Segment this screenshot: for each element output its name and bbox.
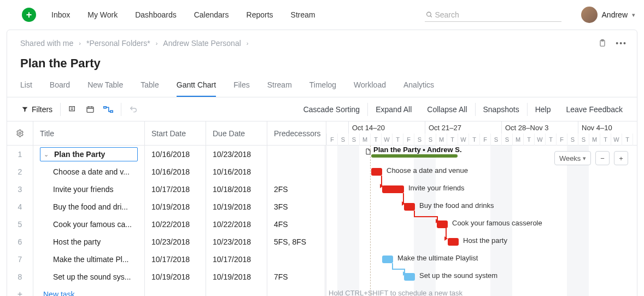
col-due[interactable]: Due Date <box>206 121 267 145</box>
tab-newtable[interactable]: New Table <box>87 80 123 97</box>
dependency-icon[interactable] <box>103 106 113 113</box>
zoom-in-button[interactable]: + <box>614 151 628 165</box>
day-letter: W <box>381 134 392 146</box>
gantt-chart: Oct 14–20 Oct 21–27 Oct 28–Nov 3 Nov 4–1… <box>326 121 637 296</box>
nav-dashboards[interactable]: Dashboards <box>135 10 177 19</box>
chevron-right-icon: › <box>156 40 158 47</box>
summary-bar[interactable] <box>371 154 458 158</box>
expand-all-link[interactable]: Expand All <box>368 105 419 114</box>
task-title: Choose a date and v... <box>53 167 130 176</box>
table-row[interactable]: 6 Host the party 10/23/2018 10/23/2018 5… <box>7 233 326 251</box>
crumb-1[interactable]: Shared with me <box>20 39 73 48</box>
collapse-all-link[interactable]: Collapse All <box>419 105 475 114</box>
day-letter: F <box>326 134 337 146</box>
clipboard-icon[interactable] <box>598 39 607 48</box>
gantt-label: Choose a date and venue <box>387 166 468 175</box>
crumb-3[interactable]: Andrew Slate Personal <box>163 39 241 48</box>
day-letter: T <box>447 134 458 146</box>
tab-files[interactable]: Files <box>233 80 250 97</box>
nav-reports[interactable]: Reports <box>247 10 273 19</box>
table-row[interactable]: 1 ⌄Plan the Party 10/16/2018 10/23/2018 <box>7 146 326 163</box>
tab-gantt[interactable]: Gantt Chart <box>177 80 216 97</box>
tab-workload[interactable]: Workload <box>354 80 386 97</box>
tab-table[interactable]: Table <box>140 80 159 97</box>
gantt-area[interactable]: Plan the Party • Andrew S. Choose a date… <box>326 146 637 296</box>
gantt-bar[interactable] <box>404 203 415 211</box>
svg-rect-4 <box>69 106 74 111</box>
table-row[interactable]: 7 Make the ultimate Pl... 10/17/2018 10/… <box>7 251 326 268</box>
expand-tree-icon[interactable] <box>68 105 77 114</box>
username: Andrew <box>602 10 628 19</box>
svg-point-0 <box>426 12 431 16</box>
predecessors: 4FS <box>267 216 325 233</box>
gantt-bar[interactable] <box>404 273 415 281</box>
day-letter: M <box>359 134 370 146</box>
tab-board[interactable]: Board <box>50 80 70 97</box>
tab-stream[interactable]: Stream <box>267 80 292 97</box>
breadcrumb: Shared with me › *Personal Folders* › An… <box>20 39 624 48</box>
nav-stream[interactable]: Stream <box>291 10 315 19</box>
predecessors <box>267 251 325 268</box>
plus-icon[interactable]: + <box>7 286 33 296</box>
tab-list[interactable]: List <box>20 80 32 97</box>
task-grid: Title Start Date Due Date Predecessors 1… <box>7 121 326 296</box>
calendar-icon[interactable] <box>86 105 95 114</box>
predecessors: 2FS <box>267 181 325 198</box>
gantt-bar[interactable] <box>382 185 404 193</box>
due-date: 10/19/2018 <box>206 198 267 216</box>
chevron-down-icon: ▾ <box>583 155 586 162</box>
gantt-bar[interactable] <box>371 168 382 176</box>
cascade-sorting-link[interactable]: Cascade Sorting <box>296 105 368 114</box>
more-icon[interactable]: ••• <box>616 39 627 48</box>
week-label: Oct 21–27 <box>425 121 501 134</box>
table-row[interactable]: 3 Invite your friends 10/17/2018 10/18/2… <box>7 181 326 198</box>
snapshots-link[interactable]: Snapshots <box>476 105 527 114</box>
gantt-label: Invite your friends <box>408 184 465 192</box>
table-row[interactable]: 2 Choose a date and v... 10/16/2018 10/1… <box>7 163 326 181</box>
table-row[interactable]: 4 Buy the food and dri... 10/19/2018 10/… <box>7 198 326 216</box>
filters-button[interactable]: Filters <box>21 105 52 114</box>
search-box[interactable] <box>425 8 561 22</box>
week-label: Oct 14–20 <box>348 121 425 134</box>
add-button[interactable]: + <box>22 8 36 22</box>
gantt-bar[interactable] <box>448 238 459 246</box>
gantt-controls: Weeks ▾ − + <box>554 151 628 165</box>
svg-rect-11 <box>104 106 107 108</box>
gantt-bar[interactable] <box>437 220 448 228</box>
chevron-down-icon[interactable]: ⌄ <box>44 151 49 158</box>
day-letter: M <box>512 134 523 146</box>
leave-feedback-link[interactable]: Leave Feedback <box>558 105 630 114</box>
col-predecessors[interactable]: Predecessors <box>267 121 325 145</box>
table-row[interactable]: 5 Cook your famous ca... 10/22/2018 10/2… <box>7 216 326 233</box>
zoom-out-button[interactable]: − <box>595 151 610 165</box>
card-header: Shared with me › *Personal Folders* › An… <box>7 30 637 71</box>
table-row[interactable]: 8 Set up the sound sys... 10/19/2018 10/… <box>7 268 326 286</box>
undo-icon[interactable] <box>129 105 138 114</box>
day-letter: T <box>392 134 403 146</box>
gantt-bar[interactable] <box>382 256 393 263</box>
tab-analytics[interactable]: Analytics <box>403 80 434 97</box>
col-title[interactable]: Title <box>33 121 145 145</box>
scale-select[interactable]: Weeks ▾ <box>554 151 591 165</box>
user-menu[interactable]: Andrew ▾ <box>581 7 635 23</box>
main-card: Shared with me › *Personal Folders* › An… <box>7 30 637 296</box>
help-link[interactable]: Help <box>528 105 559 114</box>
scale-label: Weeks <box>559 154 581 162</box>
day-letter: S <box>567 134 578 146</box>
nav-mywork[interactable]: My Work <box>87 10 118 19</box>
new-task-row[interactable]: + New task <box>7 286 326 296</box>
gantt-body: Title Start Date Due Date Predecessors 1… <box>7 121 637 296</box>
day-letter: T <box>622 134 633 146</box>
nav-calendars[interactable]: Calendars <box>194 10 229 19</box>
day-letter: S <box>414 134 425 146</box>
search-input[interactable] <box>435 10 560 19</box>
day-letter: W <box>458 134 469 146</box>
gantt-label: Cook your famous casserole <box>452 219 542 227</box>
nav-inbox[interactable]: Inbox <box>51 10 70 19</box>
chevron-right-icon: › <box>247 40 249 47</box>
new-task-link[interactable]: New task <box>43 290 75 296</box>
crumb-2[interactable]: *Personal Folders* <box>86 39 150 48</box>
gear-icon[interactable] <box>7 121 33 145</box>
col-start[interactable]: Start Date <box>145 121 206 145</box>
tab-timelog[interactable]: Timelog <box>309 80 336 97</box>
